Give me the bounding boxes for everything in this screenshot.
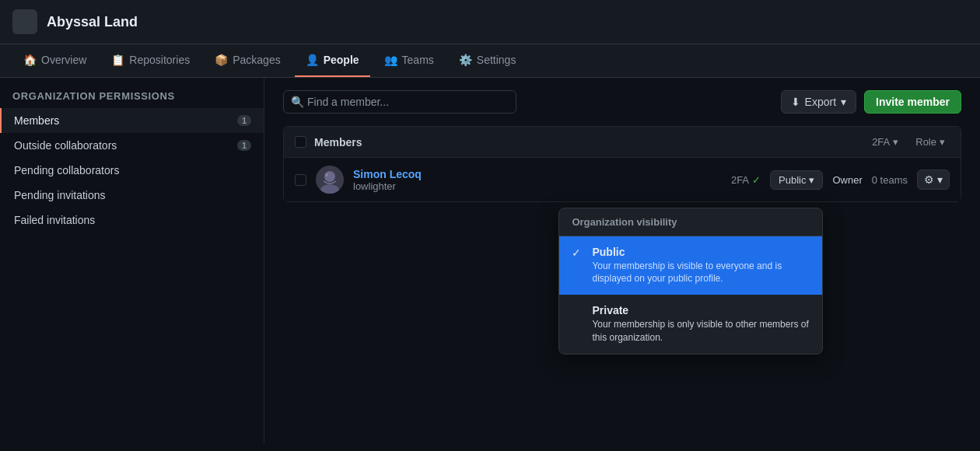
table-filters: 2FA ▾ Role ▾ xyxy=(867,135,950,149)
teams-icon: 👥 xyxy=(384,54,397,66)
member-settings-button[interactable]: ⚙ ▾ xyxy=(917,170,950,190)
avatar-image xyxy=(316,166,344,194)
invite-member-button[interactable]: Invite member xyxy=(864,90,961,114)
sidebar-section-title: Organization permissions xyxy=(0,90,264,108)
toolbar-right: ⬇ Export ▾ Invite member xyxy=(781,90,961,114)
dropdown-option-content-public: Public Your membership is visible to eve… xyxy=(592,246,810,286)
member-role: Owner xyxy=(832,174,862,186)
sidebar-item-pending-invitations[interactable]: Pending invitations xyxy=(0,183,264,208)
package-icon: 📦 xyxy=(215,54,228,66)
chevron-down-icon: ▾ xyxy=(809,174,814,186)
visibility-dropdown: Organization visibility ✓ Public Your me… xyxy=(558,208,823,355)
check-icon: ✓ xyxy=(572,246,584,259)
members-badge: 1 xyxy=(237,115,251,126)
org-avatar xyxy=(12,9,37,34)
svg-point-3 xyxy=(325,173,328,177)
nav-item-overview[interactable]: 🏠 Overview xyxy=(12,44,97,77)
org-name: Abyssal Land xyxy=(47,14,138,30)
topbar: Abyssal Land xyxy=(0,0,980,44)
sidebar: Organization permissions Members 1 Outsi… xyxy=(0,78,264,443)
member-teams: 0 teams xyxy=(872,174,908,186)
dropdown-option-private[interactable]: Private Your membership is only visible … xyxy=(559,295,822,354)
member-username: lowlighter xyxy=(353,180,722,192)
search-input[interactable] xyxy=(283,90,516,114)
dropdown-header: Organization visibility xyxy=(559,208,822,236)
person-icon: 👤 xyxy=(306,54,319,66)
members-table: Members 2FA ▾ Role ▾ xyxy=(283,126,961,202)
row-checkbox[interactable] xyxy=(295,174,306,186)
avatar xyxy=(316,166,344,194)
nav-item-teams[interactable]: 👥 Teams xyxy=(373,44,445,77)
content-toolbar: 🔍 ⬇ Export ▾ Invite member xyxy=(283,90,961,114)
home-icon: 🏠 xyxy=(23,54,37,66)
filter-role-button[interactable]: Role ▾ xyxy=(911,135,950,149)
outside-collaborators-badge: 1 xyxy=(237,140,251,151)
table-row: Simon Lecoq lowlighter 2FA ✓ Public ▾ Or… xyxy=(284,158,961,201)
search-icon: 🔍 xyxy=(291,96,304,108)
gear-icon: ⚙ xyxy=(924,173,934,186)
chevron-down-icon: ▾ xyxy=(937,173,943,186)
member-2fa-status: 2FA ✓ xyxy=(731,174,761,186)
member-name[interactable]: Simon Lecoq xyxy=(353,168,722,180)
nav-item-people[interactable]: 👤 People xyxy=(295,44,370,77)
settings-icon: ⚙️ xyxy=(459,54,472,66)
download-icon: ⬇ xyxy=(791,96,800,108)
chevron-down-icon: ▾ xyxy=(841,96,846,108)
repo-icon: 📋 xyxy=(111,54,124,66)
sidebar-item-pending-collaborators[interactable]: Pending collaborators xyxy=(0,158,264,183)
table-header: Members 2FA ▾ Role ▾ xyxy=(284,127,961,158)
sidebar-item-members[interactable]: Members 1 xyxy=(0,108,264,133)
check-icon: ✓ xyxy=(752,174,761,186)
svg-point-1 xyxy=(324,171,335,182)
chevron-down-icon: ▾ xyxy=(893,136,898,148)
nav-item-packages[interactable]: 📦 Packages xyxy=(204,44,291,77)
dropdown-option-content-private: Private Your membership is only visible … xyxy=(592,304,810,344)
select-all-checkbox[interactable] xyxy=(295,136,306,148)
main-layout: Organization permissions Members 1 Outsi… xyxy=(0,78,980,443)
nav-item-settings[interactable]: ⚙️ Settings xyxy=(448,44,527,77)
dropdown-option-public[interactable]: ✓ Public Your membership is visible to e… xyxy=(559,236,822,295)
search-wrap: 🔍 xyxy=(283,90,516,114)
visibility-button[interactable]: Public ▾ xyxy=(770,170,823,190)
chevron-down-icon: ▾ xyxy=(940,136,945,148)
member-info: Simon Lecoq lowlighter xyxy=(353,168,722,192)
content-area: 🔍 ⬇ Export ▾ Invite member Members xyxy=(264,78,980,443)
sidebar-item-outside-collaborators[interactable]: Outside collaborators 1 xyxy=(0,133,264,158)
filter-2fa-button[interactable]: 2FA ▾ xyxy=(867,135,903,149)
nav-item-repositories[interactable]: 📋 Repositories xyxy=(100,44,201,77)
sidebar-item-failed-invitations[interactable]: Failed invitations xyxy=(0,208,264,232)
main-nav: 🏠 Overview 📋 Repositories 📦 Packages 👤 P… xyxy=(0,44,980,78)
export-button[interactable]: ⬇ Export ▾ xyxy=(781,90,856,114)
